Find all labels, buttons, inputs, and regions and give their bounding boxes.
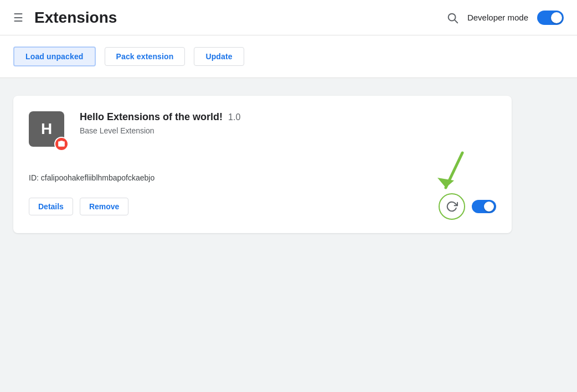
search-icon[interactable] (446, 12, 458, 24)
arrow-annotation (421, 150, 471, 194)
pack-extension-button[interactable]: Pack extension (105, 47, 186, 66)
developer-mode-label: Developer mode (467, 13, 528, 22)
update-button[interactable]: Update (194, 47, 244, 66)
extension-name: Hello Extensions of the world! (80, 111, 223, 123)
refresh-button[interactable] (439, 193, 465, 220)
extension-toggle-thumb (484, 202, 494, 212)
extension-icon-letter: H (41, 120, 52, 138)
extension-version: 1.0 (228, 112, 240, 122)
refresh-icon (446, 200, 458, 213)
extension-card: H Hello Extensions of the world! 1.0 Bas… (13, 96, 512, 233)
toolbar: Load unpacked Pack extension Update (0, 35, 577, 78)
remove-button[interactable]: Remove (80, 198, 128, 215)
card-right (439, 193, 496, 220)
card-bottom: Details Remove (29, 193, 496, 220)
extension-description: Base Level Extension (80, 126, 496, 135)
extension-badge-icon (54, 137, 69, 151)
developer-mode-toggle[interactable] (537, 11, 564, 25)
card-top: H Hello Extensions of the world! 1.0 Bas… (29, 111, 496, 151)
extension-info: Hello Extensions of the world! 1.0 Base … (80, 111, 496, 135)
refresh-button-wrap (439, 193, 465, 220)
main-content: H Hello Extensions of the world! 1.0 Bas… (0, 78, 577, 392)
svg-line-1 (455, 20, 457, 23)
header: ☰ Extensions Developer mode (0, 0, 577, 35)
details-button[interactable]: Details (29, 198, 73, 215)
extension-name-row: Hello Extensions of the world! 1.0 (80, 111, 496, 123)
menu-icon[interactable]: ☰ (13, 12, 23, 23)
header-controls: Developer mode (446, 11, 564, 25)
extension-id-label: ID: (29, 173, 39, 182)
extension-id-value: cfalipoohakefliiblhmbapofckaebjo (41, 173, 154, 182)
card-actions: Details Remove (29, 198, 128, 215)
extension-icon-wrap: H (29, 111, 69, 151)
load-unpacked-button[interactable]: Load unpacked (13, 47, 96, 66)
svg-marker-3 (437, 178, 454, 188)
extension-toggle[interactable] (472, 200, 496, 213)
page-title: Extensions (34, 9, 446, 27)
